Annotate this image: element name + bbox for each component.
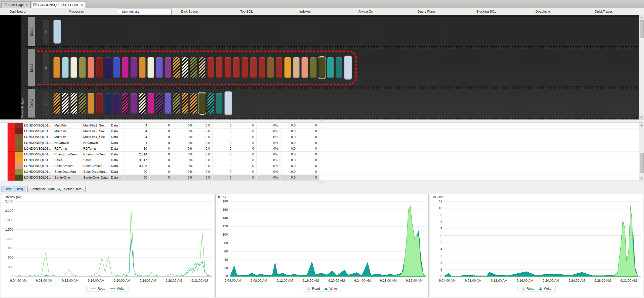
db-file-block[interactable]	[199, 93, 206, 114]
db-file-block[interactable]	[224, 57, 231, 78]
db-file-block[interactable]	[182, 93, 188, 114]
db-file-block[interactable]	[62, 57, 69, 78]
scrollbar-thumb[interactable]	[640, 153, 644, 173]
db-file-block[interactable]	[336, 57, 342, 78]
table-row[interactable]: LONDONSQL01...SalesDataMartSalesDataMart…	[8, 169, 644, 175]
tab-processes[interactable]: Processes	[59, 8, 118, 15]
scope-button-sentryone-data-sql-server-data-[interactable]: SentryOne_Data (SQL Server Data)	[27, 186, 86, 192]
tab-blocking-sql[interactable]: Blocking SQL	[467, 8, 526, 15]
table-row[interactable]: LONDONSQL01...MultiFileMultiFile4_SecDat…	[8, 134, 644, 140]
tab-deadlocks[interactable]: Deadlocks	[526, 8, 585, 15]
splitter-handle[interactable]: ·····	[0, 181, 644, 185]
tab-disk-space[interactable]: Disk Space	[172, 8, 231, 15]
iops-chart-plot[interactable]: 0204060801001201401601809:04:00 AM9:08:0…	[216, 199, 429, 285]
table-row[interactable]: LONDONSQL01...MultiFileMultiFile2_SecDat…	[8, 123, 644, 129]
collapse-strip[interactable]: ▾	[0, 119, 644, 123]
table-row[interactable]: LONDONSQL01...NoGrowthNoGrowthData400%0.…	[8, 140, 644, 146]
db-file-block[interactable]	[344, 56, 352, 80]
tab-dashboard[interactable]: Dashboard	[0, 8, 59, 15]
table-row[interactable]: LONDONSQL01...RDTempRDTempData1000%0.000…	[8, 146, 644, 152]
db-file-block[interactable]	[156, 93, 163, 114]
tab-quicktraces[interactable]: QuickTraces	[585, 8, 644, 15]
db-file-block[interactable]	[105, 93, 111, 114]
scroll-up-icon[interactable]: ▲	[639, 123, 644, 127]
db-file-block[interactable]	[284, 57, 291, 78]
table-row[interactable]: LONDONSQL01...SentryOneSentryOne_DataDat…	[8, 175, 644, 181]
db-file-block[interactable]	[224, 91, 232, 115]
db-file-block[interactable]	[88, 57, 94, 78]
scroll-up-icon[interactable]: ▲	[639, 15, 644, 20]
db-file-block[interactable]	[199, 57, 206, 78]
close-icon[interactable]: ×	[25, 3, 28, 6]
latency-chart-plot[interactable]: 03006009001,2001,5001,8002,1002,4009:04:…	[1, 199, 214, 285]
table-row[interactable]: LONDONSQL01...RoadshowDem...RoadshowDem.…	[8, 152, 644, 157]
table-row[interactable]: LONDONSQL01...MultiFileMultiFile3_SecDat…	[8, 129, 644, 134]
db-file-block[interactable]	[318, 57, 325, 78]
db-file-block[interactable]	[130, 57, 137, 78]
db-file-block[interactable]	[165, 93, 171, 114]
db-file-block[interactable]	[105, 57, 111, 78]
db-file-block[interactable]	[310, 57, 317, 78]
scroll-down-icon[interactable]: ▼	[639, 115, 644, 119]
db-file-block[interactable]	[242, 57, 248, 78]
document-tab-0[interactable]: Start Page×	[2, 1, 31, 8]
db-file-block[interactable]	[173, 93, 180, 114]
db-file-block[interactable]	[79, 57, 86, 78]
tab-disk-activity[interactable]: Disk Activity	[118, 9, 172, 15]
disk0-label[interactable]: Disk 0	[28, 17, 35, 46]
db-file-block[interactable]	[130, 93, 137, 114]
table-row[interactable]: LONDONSQL01...SalesSalesData3,51700%0.00…	[8, 157, 644, 163]
db-file-block[interactable]	[147, 93, 154, 114]
db-file-block[interactable]	[301, 57, 308, 78]
db-file-block[interactable]	[182, 57, 188, 78]
db-file-block[interactable]	[53, 57, 60, 78]
db-file-block[interactable]	[233, 57, 240, 78]
db-file-block[interactable]	[216, 93, 223, 114]
scrollbar-thumb[interactable]	[640, 20, 644, 38]
db-file-block[interactable]	[53, 93, 60, 114]
disk1-label[interactable]: Disk 1	[28, 49, 35, 87]
db-file-block[interactable]	[139, 93, 146, 114]
disk2-label[interactable]: Disk 2	[28, 89, 35, 118]
db-file-block[interactable]	[259, 57, 265, 78]
db-file-block[interactable]	[267, 57, 274, 78]
db-file-block[interactable]	[293, 57, 300, 78]
db-file-block[interactable]	[250, 57, 257, 78]
db-file-block[interactable]	[147, 57, 154, 78]
viz-scrollbar[interactable]: ▲ ▼	[639, 15, 644, 119]
tab-indexes[interactable]: Indexes	[290, 8, 349, 15]
db-file-block[interactable]	[156, 57, 163, 78]
db-file-block[interactable]	[53, 20, 61, 44]
db-file-block[interactable]	[207, 57, 214, 78]
tab-alwayson[interactable]: AlwaysOn	[349, 8, 408, 15]
db-file-block[interactable]	[113, 57, 120, 78]
db-file-block[interactable]	[79, 93, 86, 114]
db-file-block[interactable]	[190, 93, 197, 114]
tab-top-sql[interactable]: Top SQL	[231, 8, 290, 15]
db-file-block[interactable]	[190, 57, 197, 78]
mbsec-chart-plot[interactable]: 012345678910119:04:00 AM9:08:00 AM9:12:0…	[430, 199, 643, 285]
table-row[interactable]: LONDONSQL01...SalesArchiveSalesArchiveDa…	[8, 163, 644, 169]
close-icon[interactable]: ×	[80, 3, 84, 6]
db-file-block[interactable]	[139, 57, 146, 78]
tab-query-plans[interactable]: Query Plans	[408, 8, 467, 15]
db-file-block[interactable]	[216, 57, 223, 78]
db-file-block[interactable]	[122, 93, 129, 114]
db-file-block[interactable]	[70, 57, 77, 78]
document-tab-1[interactable]: LONDONSQL01.SE.LOCAL×	[31, 1, 86, 8]
db-file-block[interactable]	[96, 57, 103, 78]
db-file-block[interactable]	[96, 93, 103, 114]
db-file-block[interactable]	[88, 93, 94, 114]
db-file-block[interactable]	[113, 93, 120, 114]
db-file-block[interactable]	[165, 57, 171, 78]
grid-scrollbar[interactable]: ▲ ▼	[639, 123, 644, 181]
scroll-down-icon[interactable]: ▼	[639, 176, 644, 181]
db-file-block[interactable]	[173, 57, 180, 78]
db-file-block[interactable]	[207, 93, 214, 114]
chevron-down-icon[interactable]: ▾	[321, 120, 323, 122]
db-file-block[interactable]	[70, 93, 77, 114]
db-file-block[interactable]	[276, 57, 283, 78]
db-file-block[interactable]	[327, 57, 334, 78]
scope-button-disk-1-disk-[interactable]: Disk 1 (Disk)	[2, 186, 26, 192]
db-file-block[interactable]	[62, 93, 69, 114]
